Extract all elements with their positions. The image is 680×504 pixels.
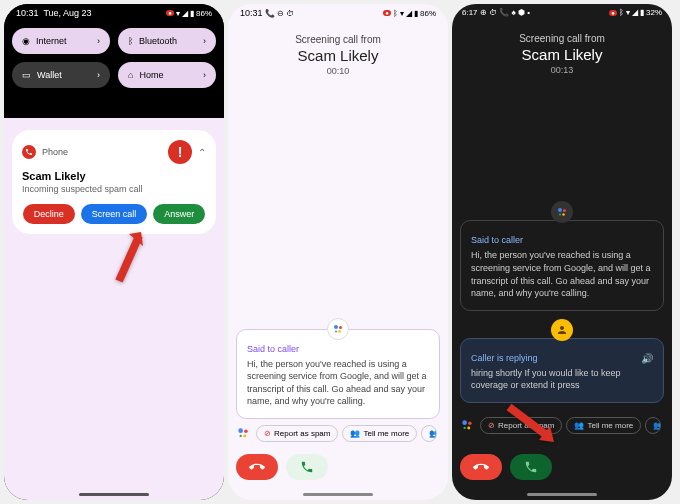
caller-reply-box: Caller is replying hiring shortly If you… (460, 338, 664, 403)
signal-icon: ◢ (406, 9, 412, 18)
chip-label: Tell me more (587, 421, 633, 430)
svg-point-6 (243, 434, 246, 437)
said-to-caller-box: Said to caller Hi, the person you've rea… (460, 220, 664, 310)
chip-overflow[interactable]: 👥W (645, 417, 661, 434)
wifi-icon: ◉ (22, 36, 30, 46)
people-icon: 👥 (574, 421, 584, 430)
assistant-icon (460, 418, 476, 434)
wallet-icon: ▭ (22, 70, 31, 80)
signal-icon: ◢ (182, 9, 188, 18)
battery-icon: ▮ (190, 9, 194, 18)
svg-point-11 (559, 214, 561, 216)
audio-icon[interactable]: 🔊 (641, 353, 653, 364)
incoming-call-notification: Phone ! ⌃ Scam Likely Incoming suspected… (12, 130, 216, 234)
said-text: Hi, the person you've reached is using a… (247, 358, 429, 408)
answer-button[interactable]: Answer (153, 204, 205, 224)
wifi-icon: ▾ (626, 8, 630, 17)
battery-percent: 86% (420, 9, 436, 18)
battery-icon: ▮ (414, 9, 418, 18)
qs-label: Internet (36, 36, 67, 46)
chip-overflow[interactable]: 👥W (421, 425, 437, 442)
suggestion-chips: ⊘Report as spam 👥Tell me more 👥W (460, 411, 664, 440)
chip-report-spam[interactable]: ⊘Report as spam (480, 417, 562, 434)
svg-point-1 (339, 326, 342, 329)
chip-label: Tell me more (363, 429, 409, 438)
status-time: 6:17 (462, 8, 478, 17)
screening-label: Screening call from (452, 33, 672, 44)
notification-shade: Phone ! ⌃ Scam Likely Incoming suspected… (4, 118, 224, 500)
call-controls (236, 448, 440, 492)
battery-icon: ▮ (640, 8, 644, 17)
status-date: Tue, Aug 23 (43, 8, 91, 18)
recording-icon: ● (609, 10, 617, 16)
alert-icon: ! (168, 140, 192, 164)
svg-point-4 (238, 428, 243, 433)
status-bar: 10:31 📞 ⊖ ⏱ ● ᛒ ▾ ◢ ▮ 86% (228, 4, 448, 20)
screen-call-button[interactable]: Screen call (81, 204, 148, 224)
quick-settings: ◉Internet › ᛒBluetooth › ▭Wallet › ⌂Home… (4, 20, 224, 118)
chip-tell-more[interactable]: 👥Tell me more (342, 425, 417, 442)
caller-name: Scam Likely (228, 47, 448, 64)
phone-call-screen-dark: 6:17 ⊕ ⏱ 📞 ♠ ⬢ • ● ᛒ ▾ ◢ ▮ 32% Screening… (452, 4, 672, 500)
svg-point-5 (244, 429, 248, 433)
svg-point-10 (562, 214, 565, 217)
caller-avatar (551, 319, 573, 341)
chip-tell-more[interactable]: 👥Tell me more (566, 417, 641, 434)
said-label: Said to caller (471, 235, 653, 245)
call-timer: 00:13 (452, 65, 672, 75)
app-name: Phone (42, 147, 68, 157)
said-to-caller-box: Said to caller Hi, the person you've rea… (236, 329, 440, 419)
pickup-button[interactable] (286, 454, 328, 480)
svg-point-15 (464, 426, 466, 428)
chevron-right-icon: › (97, 36, 100, 46)
call-header: Screening call from Scam Likely 00:13 (452, 19, 672, 79)
recording-icon: ● (166, 10, 174, 16)
caller-name: Scam Likely (22, 170, 206, 182)
phone-app-icon (22, 145, 36, 159)
qs-bluetooth[interactable]: ᛒBluetooth › (118, 28, 216, 54)
assistant-avatar (327, 318, 349, 340)
battery-percent: 32% (646, 8, 662, 17)
people-icon: 👥 (350, 429, 360, 438)
call-controls (460, 448, 664, 492)
hangup-button[interactable] (236, 454, 278, 480)
status-bar: 10:31 Tue, Aug 23 ● ▾ ◢ ▮ 86% (4, 4, 224, 20)
svg-point-7 (240, 434, 242, 436)
gesture-bar[interactable] (527, 493, 597, 496)
collapse-icon[interactable]: ⌃ (198, 147, 206, 158)
wifi-icon: ▾ (400, 9, 404, 18)
bluetooth-icon: ᛒ (619, 8, 624, 17)
svg-point-9 (563, 209, 566, 212)
chip-label: Report as spam (498, 421, 554, 430)
reply-label: Caller is replying (471, 353, 635, 363)
caller-name: Scam Likely (452, 46, 672, 63)
no-entry-icon: ⊘ (264, 429, 271, 438)
gesture-bar[interactable] (303, 493, 373, 496)
chip-label: Report as spam (274, 429, 330, 438)
chevron-right-icon: › (97, 70, 100, 80)
no-entry-icon: ⊘ (488, 421, 495, 430)
people-icon: 👥 (653, 421, 661, 430)
decline-button[interactable]: Decline (23, 204, 75, 224)
svg-point-12 (462, 420, 467, 425)
svg-point-14 (467, 426, 470, 429)
phone-status-icon: 📞 ⊖ ⏱ (265, 9, 294, 18)
chip-report-spam[interactable]: ⊘Report as spam (256, 425, 338, 442)
call-subtitle: Incoming suspected spam call (22, 184, 206, 194)
qs-wallet[interactable]: ▭Wallet › (12, 62, 110, 88)
recording-icon: ● (383, 10, 391, 16)
hangup-button[interactable] (460, 454, 502, 480)
pickup-button[interactable] (510, 454, 552, 480)
suggestion-chips: ⊘Report as spam 👥Tell me more 👥W (236, 419, 440, 448)
gesture-bar[interactable] (79, 493, 149, 496)
bluetooth-icon: ᛒ (393, 9, 398, 18)
svg-point-2 (338, 330, 341, 333)
status-time: 10:31 (16, 8, 39, 18)
qs-home[interactable]: ⌂Home › (118, 62, 216, 88)
wifi-icon: ▾ (176, 9, 180, 18)
phone-call-screen-light: 10:31 📞 ⊖ ⏱ ● ᛒ ▾ ◢ ▮ 86% Screening call… (228, 4, 448, 500)
chevron-right-icon: › (203, 70, 206, 80)
qs-internet[interactable]: ◉Internet › (12, 28, 110, 54)
svg-point-13 (468, 421, 472, 425)
qs-label: Wallet (37, 70, 62, 80)
